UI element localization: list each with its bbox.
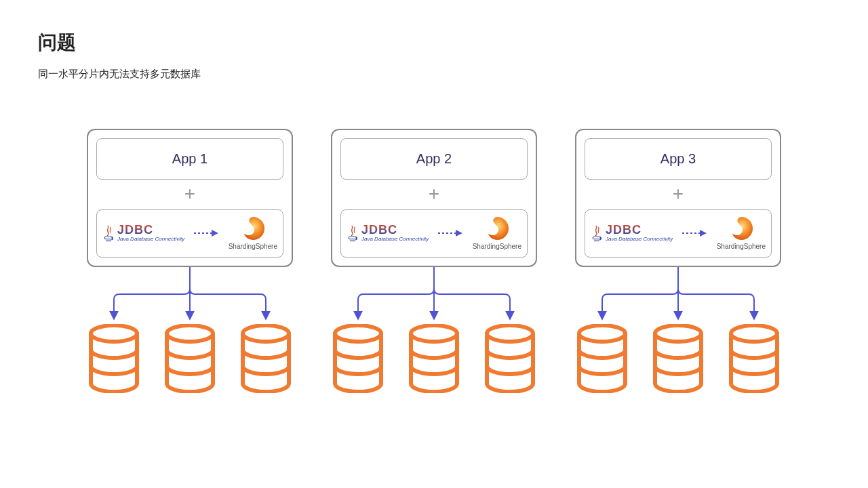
dotted-arrow-icon — [437, 229, 464, 237]
database-row — [575, 324, 781, 393]
svg-point-14 — [731, 325, 777, 342]
svg-point-12 — [579, 325, 625, 342]
shardingsphere-block: ShardingSphere — [717, 216, 766, 250]
slide: 问题 同一水平分片内无法支持多元数据库 App 1 + — [0, 0, 868, 488]
shardingsphere-label: ShardingSphere — [229, 243, 277, 250]
app-label: App 3 — [660, 151, 696, 166]
database-icon — [483, 324, 537, 393]
diagram-groups: App 1 + JDBC Java Dat — [0, 129, 868, 393]
app-group-3: App 3 + JDBC Java Dat — [575, 129, 781, 393]
jdbc-main-label: JDBC — [361, 224, 397, 236]
database-icon — [239, 324, 293, 393]
app-label-box: App 1 — [96, 138, 283, 180]
connector-arrows — [331, 267, 537, 324]
svg-point-13 — [655, 325, 701, 342]
jdbc-left: JDBC Java Database Connectivity — [591, 224, 673, 243]
database-icon — [407, 324, 461, 393]
app-label-box: App 2 — [340, 138, 528, 180]
database-icon — [331, 324, 385, 393]
shardingsphere-label: ShardingSphere — [473, 243, 521, 250]
shardingsphere-logo-icon — [728, 216, 754, 241]
page-subtitle: 同一水平分片内无法支持多元数据库 — [38, 68, 830, 81]
app-label: App 1 — [172, 151, 208, 166]
database-icon — [87, 324, 141, 393]
shardingsphere-label: ShardingSphere — [717, 243, 766, 250]
database-icon — [575, 324, 629, 393]
app-frame: App 2 + JDBC Java Dat — [331, 129, 537, 267]
svg-point-8 — [411, 325, 457, 342]
database-row — [331, 324, 537, 393]
shardingsphere-logo-icon — [484, 216, 510, 241]
shardingsphere-block: ShardingSphere — [229, 216, 277, 250]
database-icon — [651, 324, 705, 393]
jdbc-left: JDBC Java Database Connectivity — [102, 224, 184, 243]
jdbc-main-label: JDBC — [117, 224, 153, 236]
app-frame: App 3 + JDBC Java Dat — [575, 129, 781, 267]
app-frame: App 1 + JDBC Java Dat — [87, 129, 293, 267]
svg-point-7 — [335, 325, 381, 342]
connector-arrows — [87, 267, 293, 324]
java-cup-icon — [102, 224, 115, 243]
jdbc-box: JDBC Java Database Connectivity — [96, 209, 283, 258]
jdbc-box: JDBC Java Database Connectivity Sha — [585, 209, 772, 258]
plus-icon: + — [673, 182, 684, 205]
connector-arrows — [575, 267, 781, 324]
jdbc-main-label: JDBC — [606, 224, 642, 236]
svg-point-1 — [247, 222, 251, 226]
app-group-1: App 1 + JDBC Java Dat — [87, 129, 293, 393]
shardingsphere-block: ShardingSphere — [473, 216, 521, 250]
svg-point-11 — [735, 222, 739, 226]
jdbc-sub-label: Java Database Connectivity — [361, 237, 429, 242]
svg-point-9 — [487, 325, 533, 342]
app-group-2: App 2 + JDBC Java Dat — [331, 129, 537, 393]
dotted-arrow-icon — [681, 229, 708, 237]
app-label: App 2 — [416, 151, 452, 166]
svg-point-3 — [167, 325, 213, 342]
svg-point-4 — [243, 325, 289, 342]
app-label-box: App 3 — [585, 138, 772, 180]
jdbc-text: JDBC Java Database Connectivity — [361, 224, 429, 242]
jdbc-sub-label: Java Database Connectivity — [117, 237, 184, 242]
java-cup-icon — [347, 224, 359, 243]
database-icon — [163, 324, 217, 393]
page-title: 问题 — [38, 30, 830, 56]
svg-point-2 — [91, 325, 137, 342]
jdbc-text: JDBC Java Database Connectivity — [117, 224, 184, 242]
jdbc-sub-label: Java Database Connectivity — [606, 237, 673, 242]
database-icon — [727, 324, 781, 393]
plus-icon: + — [184, 182, 195, 205]
java-cup-icon — [591, 224, 603, 243]
database-row — [87, 324, 293, 393]
shardingsphere-logo-icon — [240, 216, 266, 241]
svg-point-6 — [491, 222, 495, 226]
jdbc-text: JDBC Java Database Connectivity — [606, 224, 673, 242]
plus-icon: + — [429, 182, 439, 205]
dotted-arrow-icon — [193, 229, 220, 237]
jdbc-box: JDBC Java Database Connectivity Sha — [340, 209, 528, 258]
jdbc-left: JDBC Java Database Connectivity — [347, 224, 429, 243]
